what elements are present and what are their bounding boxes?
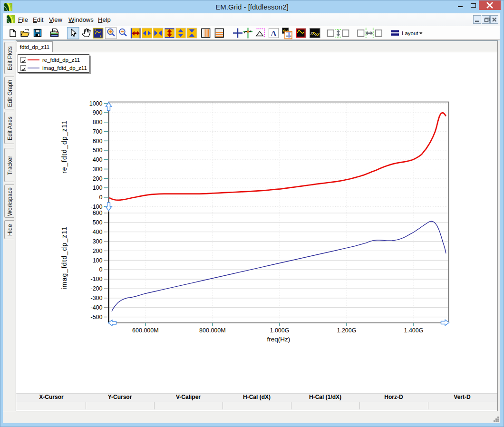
svg-text:100: 100 bbox=[93, 184, 103, 191]
svg-text:100: 100 bbox=[93, 257, 103, 264]
svg-text:-300: -300 bbox=[90, 295, 102, 301]
svg-text:600.000M: 600.000M bbox=[132, 327, 159, 334]
svg-text:800: 800 bbox=[93, 119, 103, 126]
svg-text:-200: -200 bbox=[90, 285, 102, 292]
svg-text:0: 0 bbox=[99, 194, 103, 201]
svg-text:500: 500 bbox=[93, 219, 103, 226]
svg-text:-500: -500 bbox=[90, 314, 102, 320]
svg-text:300: 300 bbox=[93, 238, 103, 245]
svg-text:-100: -100 bbox=[90, 204, 102, 210]
svg-text:600: 600 bbox=[93, 210, 103, 216]
svg-text:600: 600 bbox=[93, 138, 103, 145]
svg-text:1.000G: 1.000G bbox=[270, 327, 289, 334]
svg-text:400: 400 bbox=[93, 156, 103, 163]
svg-text:1.400G: 1.400G bbox=[404, 327, 423, 334]
svg-text:0: 0 bbox=[99, 266, 103, 273]
svg-text:re_fdtd_dp_z11: re_fdtd_dp_z11 bbox=[60, 120, 68, 174]
svg-text:imag_fdtd_dp_z11: imag_fdtd_dp_z11 bbox=[60, 226, 68, 289]
svg-text:A: A bbox=[271, 29, 277, 38]
svg-text:200: 200 bbox=[93, 248, 103, 254]
svg-text:400: 400 bbox=[93, 229, 103, 235]
svg-text:300: 300 bbox=[93, 166, 103, 173]
svg-text:500: 500 bbox=[93, 147, 103, 154]
svg-text:-400: -400 bbox=[90, 304, 102, 311]
svg-text:900: 900 bbox=[93, 109, 103, 116]
svg-text:freq(Hz): freq(Hz) bbox=[267, 336, 291, 343]
svg-text:-100: -100 bbox=[90, 276, 102, 282]
svg-text:200: 200 bbox=[93, 175, 103, 182]
svg-text:1000: 1000 bbox=[89, 100, 103, 107]
svg-text:800.000M: 800.000M bbox=[199, 327, 226, 334]
svg-text:1.200G: 1.200G bbox=[337, 327, 356, 334]
svg-text:Layout: Layout bbox=[402, 30, 418, 36]
svg-text:700: 700 bbox=[93, 128, 103, 135]
